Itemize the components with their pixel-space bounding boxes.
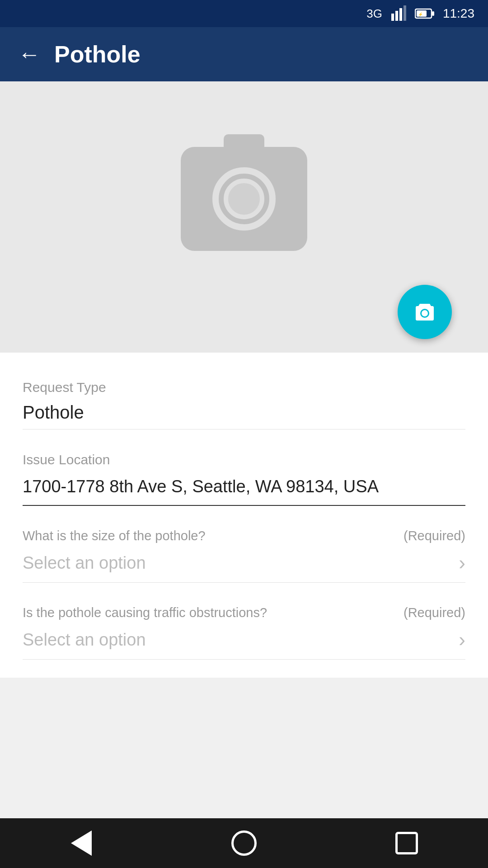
issue-location-label: Issue Location: [23, 452, 465, 467]
pothole-size-chevron-icon: ›: [459, 552, 465, 574]
photo-area: [0, 81, 488, 316]
nav-back-icon: [71, 830, 92, 856]
nav-recents-icon: [395, 832, 418, 854]
battery-icon: ⚡: [415, 7, 435, 20]
network-signal-icon: 3G: [366, 7, 382, 21]
svg-rect-0: [391, 14, 394, 21]
pothole-size-select[interactable]: Select an option ›: [23, 552, 465, 583]
traffic-obstruction-label-row: Is the pothole causing traffic obstructi…: [23, 605, 465, 620]
camera-lens-inner: [224, 179, 264, 219]
camera-body-icon: [181, 147, 307, 251]
request-type-value: Pothole: [23, 402, 465, 429]
nav-back-button[interactable]: [63, 825, 99, 861]
svg-text:⚡: ⚡: [418, 12, 423, 17]
camera-bump-icon: [224, 134, 264, 152]
signal-bars-icon: [390, 5, 407, 22]
request-type-group: Request Type Pothole: [23, 380, 465, 429]
back-button[interactable]: ←: [18, 43, 41, 66]
svg-rect-5: [432, 11, 434, 16]
svg-rect-3: [404, 5, 406, 21]
navigation-bar: [0, 818, 488, 868]
traffic-obstruction-select[interactable]: Select an option ›: [23, 628, 465, 660]
traffic-obstruction-chevron-icon: ›: [459, 628, 465, 651]
camera-fab-icon: [411, 300, 438, 324]
app-header: ← Pothole: [0, 27, 488, 81]
issue-location-value[interactable]: 1700-1778 8th Ave S, Seattle, WA 98134, …: [23, 475, 465, 506]
form-area: Request Type Pothole Issue Location 1700…: [0, 353, 488, 678]
status-bar: 3G ⚡ 11:23: [0, 0, 488, 27]
issue-location-group: Issue Location 1700-1778 8th Ave S, Seat…: [23, 452, 465, 506]
traffic-obstruction-required: (Required): [404, 605, 465, 620]
pothole-size-group: What is the size of the pothole? (Requir…: [23, 528, 465, 583]
time-display: 11:23: [443, 6, 474, 21]
camera-fab-button[interactable]: [398, 285, 452, 339]
svg-rect-1: [395, 11, 398, 21]
pothole-size-label-row: What is the size of the pothole? (Requir…: [23, 528, 465, 543]
traffic-obstruction-group: Is the pothole causing traffic obstructi…: [23, 605, 465, 660]
camera-placeholder: [181, 147, 307, 251]
camera-lens-outer: [212, 167, 276, 231]
form-spacer: [23, 583, 465, 605]
nav-home-icon: [231, 830, 257, 856]
pothole-size-question: What is the size of the pothole?: [23, 528, 404, 543]
nav-recents-button[interactable]: [389, 825, 425, 861]
svg-point-9: [422, 310, 428, 316]
nav-home-button[interactable]: [226, 825, 262, 861]
traffic-obstruction-placeholder: Select an option: [23, 630, 146, 650]
svg-rect-2: [399, 8, 402, 21]
page-title: Pothole: [54, 41, 141, 68]
traffic-obstruction-question: Is the pothole causing traffic obstructi…: [23, 605, 404, 620]
request-type-label: Request Type: [23, 380, 465, 395]
pothole-size-required: (Required): [404, 528, 465, 543]
pothole-size-placeholder: Select an option: [23, 553, 146, 573]
